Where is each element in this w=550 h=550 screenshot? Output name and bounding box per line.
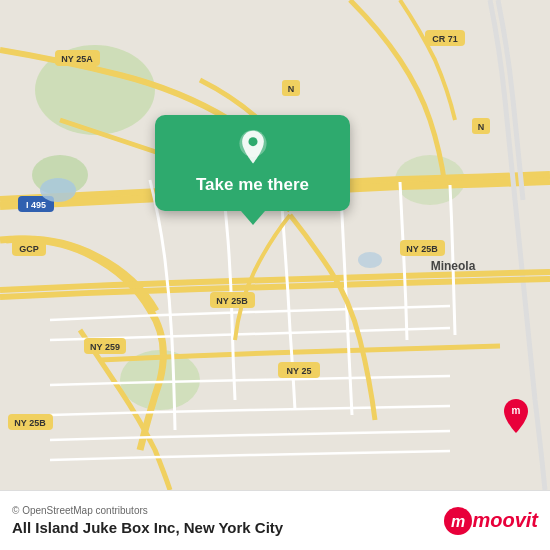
take-me-there-button[interactable]: Take me there bbox=[196, 175, 309, 195]
moovit-text: moovit bbox=[472, 509, 538, 532]
svg-text:NY 25B: NY 25B bbox=[406, 244, 438, 254]
bottom-info: © OpenStreetMap contributors All Island … bbox=[12, 505, 444, 536]
moovit-logo: m moovit bbox=[444, 507, 538, 535]
osm-credit: © OpenStreetMap contributors bbox=[12, 505, 444, 516]
location-name: All Island Juke Box Inc, New York City bbox=[12, 519, 444, 536]
svg-text:NY 25B: NY 25B bbox=[216, 296, 248, 306]
map-container: NY 25A CR 71 N N I 495 GCP NY 25B NY 25B… bbox=[0, 0, 550, 490]
map-svg: NY 25A CR 71 N N I 495 GCP NY 25B NY 25B… bbox=[0, 0, 550, 490]
svg-text:Mineola: Mineola bbox=[431, 259, 476, 273]
svg-text:I 495: I 495 bbox=[26, 200, 46, 210]
svg-point-31 bbox=[248, 137, 257, 146]
svg-text:NY 25A: NY 25A bbox=[61, 54, 93, 64]
svg-text:GCP: GCP bbox=[19, 244, 39, 254]
moovit-icon: m bbox=[444, 507, 472, 535]
svg-point-28 bbox=[40, 178, 76, 202]
location-pin-icon bbox=[234, 129, 272, 167]
svg-text:NY 25: NY 25 bbox=[287, 366, 312, 376]
svg-text:m: m bbox=[512, 405, 521, 416]
svg-text:N: N bbox=[288, 84, 295, 94]
moovit-map-pin: m bbox=[500, 397, 532, 435]
svg-text:NY 25B: NY 25B bbox=[14, 418, 46, 428]
map-popup[interactable]: Take me there bbox=[155, 115, 350, 211]
svg-text:NY 259: NY 259 bbox=[90, 342, 120, 352]
svg-text:CR 71: CR 71 bbox=[432, 34, 458, 44]
bottom-bar: © OpenStreetMap contributors All Island … bbox=[0, 490, 550, 550]
svg-text:N: N bbox=[478, 122, 485, 132]
svg-point-29 bbox=[358, 252, 382, 268]
svg-text:m: m bbox=[451, 513, 465, 530]
